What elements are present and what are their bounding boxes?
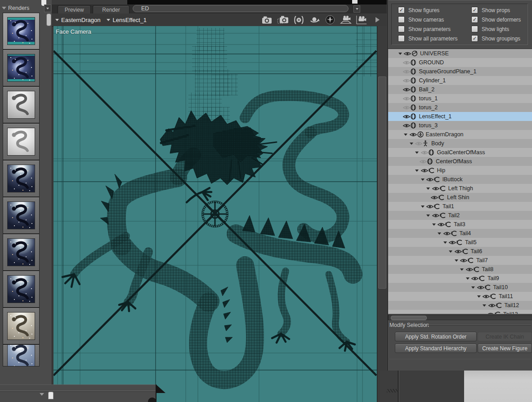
eye-icon[interactable] xyxy=(404,51,411,56)
eye-icon[interactable] xyxy=(403,96,411,101)
still-camera-icon[interactable] xyxy=(261,15,273,25)
expander-icon[interactable] xyxy=(403,134,409,136)
expander-icon[interactable] xyxy=(431,223,437,226)
expander-icon[interactable] xyxy=(420,179,425,181)
checkbox[interactable]: ✓ xyxy=(471,16,478,23)
render-thumbnail-7[interactable] xyxy=(3,234,40,271)
eye-icon[interactable] xyxy=(443,231,451,236)
tree-row-universe[interactable]: UNIVERSE xyxy=(388,49,532,58)
expander-icon[interactable] xyxy=(425,214,431,217)
tab-render[interactable]: Render xyxy=(93,5,130,14)
tree-row-tail1[interactable]: Tail1 xyxy=(388,202,532,211)
tree-row-centerofmass[interactable]: CenterOfMass xyxy=(388,157,532,166)
camera-dots-icon[interactable] xyxy=(356,15,367,25)
eye-icon[interactable] xyxy=(403,69,411,74)
checkbox[interactable]: ✓ xyxy=(471,7,478,13)
expander-icon[interactable] xyxy=(482,304,487,307)
scroll-down-icon[interactable] xyxy=(40,393,44,396)
tree-row-ground[interactable]: GROUND xyxy=(388,58,532,67)
tree-row-torus_3[interactable]: torus_3 xyxy=(388,121,532,130)
render-thumbnail-4[interactable] xyxy=(3,123,40,160)
tree-row-tail3[interactable]: Tail3 xyxy=(388,220,532,229)
render-thumbnail-3[interactable] xyxy=(3,86,40,123)
expand-right-icon[interactable] xyxy=(371,15,383,25)
render-thumbnail-8[interactable] xyxy=(3,271,40,308)
render-thumbnail-1[interactable] xyxy=(3,13,40,49)
eye-icon[interactable] xyxy=(415,141,423,146)
tree-row-cylinder_1[interactable]: Cylinder_1 xyxy=(388,76,532,85)
eye-icon[interactable] xyxy=(403,60,411,65)
eye-icon[interactable] xyxy=(403,87,411,92)
checkbox[interactable]: ✓ xyxy=(398,26,405,32)
expander-icon[interactable] xyxy=(425,188,431,190)
checkbox[interactable]: ✓ xyxy=(471,26,478,32)
eye-icon[interactable] xyxy=(421,150,429,155)
tree-row-lenseffect_1[interactable]: LensEffect_1 xyxy=(388,112,532,121)
viewport-scrollbar-thumb[interactable] xyxy=(378,76,386,289)
preview-viewport[interactable]: Face Camera xyxy=(54,26,377,402)
checkbox[interactable]: ✓ xyxy=(398,7,405,13)
orbit-camera-icon[interactable] xyxy=(308,15,320,25)
tree-row-tail8[interactable]: Tail8 xyxy=(388,265,532,274)
tree-row-tail10[interactable]: Tail10 xyxy=(388,283,532,292)
document-menu-button[interactable] xyxy=(353,5,360,13)
eye-icon[interactable] xyxy=(403,78,411,83)
tree-row-tail13[interactable]: Tail13 xyxy=(388,310,532,314)
render-thumbnail-5[interactable] xyxy=(3,160,40,197)
hierarchy-hscrollbar-thumb[interactable] xyxy=(391,316,427,320)
eye-icon[interactable] xyxy=(426,204,434,209)
eye-icon[interactable] xyxy=(455,249,462,254)
tree-row-left-shin[interactable]: Left Shin xyxy=(388,193,532,202)
tree-row-torus_2[interactable]: torus_2 xyxy=(388,103,532,112)
render-thumbnail-9[interactable] xyxy=(3,308,40,344)
tree-row-torus_1[interactable]: torus_1 xyxy=(388,94,532,103)
document-title-tab[interactable]: ED xyxy=(133,5,349,12)
expander-icon[interactable] xyxy=(414,170,420,172)
tree-row-goalcenterofmass[interactable]: GoalCenterOfMass xyxy=(388,148,532,157)
expander-icon[interactable] xyxy=(470,286,476,289)
expander-icon[interactable] xyxy=(437,232,443,235)
trackball-icon[interactable] xyxy=(324,15,336,25)
tree-row-tail7[interactable]: Tail7 xyxy=(388,256,532,265)
tree-row-hip[interactable]: Hip xyxy=(388,166,532,175)
eye-icon[interactable] xyxy=(477,285,485,290)
eye-icon[interactable] xyxy=(483,294,490,299)
tree-row-tail2[interactable]: Tail2 xyxy=(388,211,532,220)
eye-icon[interactable] xyxy=(426,177,434,182)
expander-icon[interactable] xyxy=(476,295,482,298)
apply-standard-hierarchy-button[interactable]: Apply Standard Hierarchy xyxy=(395,344,477,353)
eye-icon[interactable] xyxy=(471,276,479,281)
tab-preview[interactable]: Preview xyxy=(58,5,91,14)
tree-row-tail5[interactable]: Tail5 xyxy=(388,238,532,247)
eye-icon[interactable] xyxy=(421,168,429,173)
render-thumbnail-10[interactable] xyxy=(3,344,40,366)
tree-row-ball_2[interactable]: Ball_2 xyxy=(388,85,532,94)
expander-icon[interactable] xyxy=(397,53,403,55)
eye-icon[interactable] xyxy=(431,195,438,200)
eye-icon[interactable] xyxy=(460,258,468,263)
dolly-camera-icon[interactable] xyxy=(340,15,352,25)
eye-icon[interactable] xyxy=(432,186,440,191)
aperture-icon[interactable] xyxy=(293,15,304,25)
eye-icon[interactable] xyxy=(466,267,474,272)
checkbox[interactable]: ✓ xyxy=(471,35,478,42)
palette-scrollbar-thumb[interactable] xyxy=(46,13,51,26)
eye-icon[interactable] xyxy=(410,132,417,137)
tree-row-tail6[interactable]: Tail6 xyxy=(388,247,532,256)
tree-row-tail11[interactable]: Tail11 xyxy=(388,292,532,301)
resize-grip[interactable] xyxy=(387,389,398,393)
render-thumbnail-2[interactable] xyxy=(3,49,40,86)
render-thumbnail-6[interactable] xyxy=(3,197,40,234)
eye-icon[interactable] xyxy=(403,105,411,110)
expander-icon[interactable] xyxy=(414,152,420,154)
checkbox[interactable]: ✓ xyxy=(398,16,405,23)
tree-row-tail9[interactable]: Tail9 xyxy=(388,274,532,283)
camera-menu-easterndragon[interactable]: EasternDragon xyxy=(55,17,100,23)
tree-row-lbuttock[interactable]: lButtock xyxy=(388,175,532,184)
expander-icon[interactable] xyxy=(408,143,414,145)
eye-icon[interactable] xyxy=(449,240,456,245)
eye-icon[interactable] xyxy=(432,213,440,218)
create-new-figure-button[interactable]: Create New Figure xyxy=(478,344,532,353)
eye-icon[interactable] xyxy=(420,159,427,164)
expander-icon[interactable] xyxy=(465,277,470,280)
